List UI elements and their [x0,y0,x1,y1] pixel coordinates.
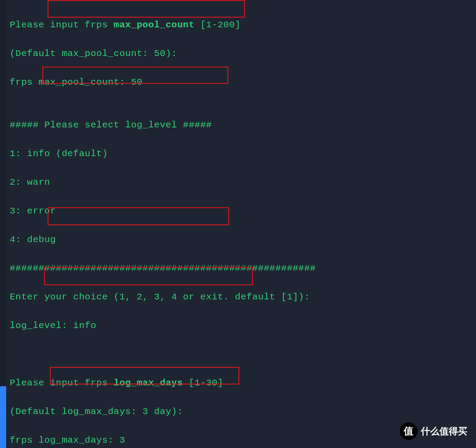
result-log-max-days: frps log_max_days: 3 [10,433,316,448]
terminal-output[interactable]: Please input frps max_pool_count [1-200]… [10,4,316,448]
scrollbar-gutter [0,0,6,448]
prompt-log-max-days: Please input frps log_max_days [1-30] [10,376,316,391]
divider: ########################################… [10,261,316,276]
opt-1-info: 1: info (default) [10,147,316,161]
default-max-pool-count: (Default max_pool_count: 50): [10,47,316,61]
header-log-level: ##### Please select log_level ##### [10,118,316,133]
opt-2-warn: 2: warn [10,175,316,190]
result-log-level: log_level: info [10,319,316,333]
prompt-log-level-choice: Enter your choice (1, 2, 3, 4 or exit. d… [10,290,316,305]
watermark: 值 什么值得买 [400,422,467,440]
watermark-text: 什么值得买 [421,424,467,439]
opt-3-error: 3: error [10,204,316,219]
opt-4-debug: 4: debug [10,233,316,247]
result-max-pool-count: frps max_pool_count: 50 [10,75,316,90]
scroll-indicator [0,386,6,448]
watermark-icon: 值 [400,422,417,440]
prompt-max-pool-count: Please input frps max_pool_count [1-200] [10,18,316,33]
default-log-max-days: (Default log_max_days: 3 day): [10,405,316,419]
